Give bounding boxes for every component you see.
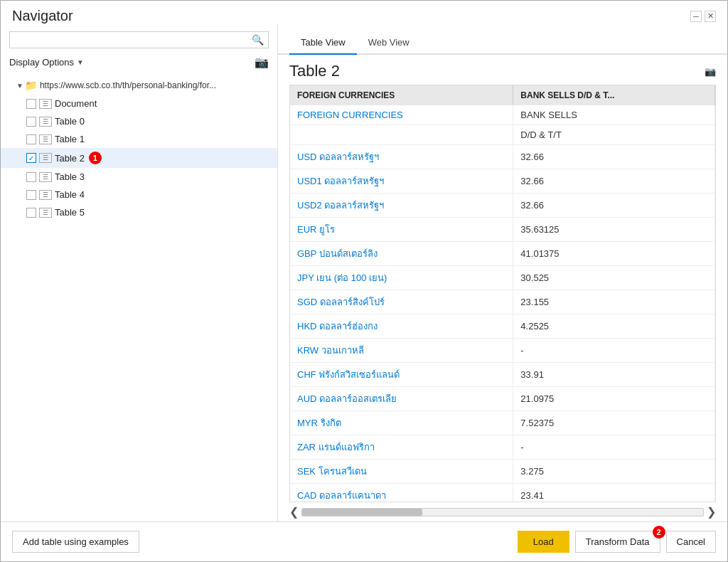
cell-bank-sells: 32.66: [513, 169, 715, 193]
data-table: FOREIGN CURRENCIES BANK SELLS D/D & T...…: [290, 85, 715, 502]
table-row: USD ดอลลาร์สหรัฐฯ32.66: [290, 145, 715, 169]
table-row: GBP ปอนด์สเตอร์ลิง41.01375: [290, 242, 715, 266]
tree-item-table4[interactable]: ☰ Table 4: [1, 186, 277, 203]
transform-data-badge: 2: [653, 526, 665, 539]
cell-currency: SGD ดอลลาร์สิงค์โปร์: [290, 290, 513, 314]
cell-currency: USD ดอลลาร์สหรัฐฯ: [290, 145, 513, 169]
cell-currency: AUD ดอลลาร์ออสเตรเลีย: [290, 387, 513, 411]
tab-web-view[interactable]: Web View: [357, 31, 421, 55]
table-row: CHF ฟรังก์สวิสเซอร์แลนด์33.91: [290, 363, 715, 387]
tree-item-table2[interactable]: ☰ Table 2 1: [1, 148, 277, 168]
tree-item-table5-label: Table 5: [55, 207, 85, 218]
table-row: USD1 ดอลลาร์สหรัฐฯ32.66: [290, 169, 715, 193]
table-row: FOREIGN CURRENCIESBANK SELLS: [290, 105, 715, 125]
cell-currency: GBP ปอนด์สเตอร์ลิง: [290, 242, 513, 266]
table-row: MYR ริงกิต7.52375: [290, 411, 715, 435]
tree-item-table4-label: Table 4: [55, 189, 85, 200]
display-options-bar: Display Options ▼ 📷: [1, 53, 277, 73]
col-header-bank-sells: BANK SELLS D/D & T...: [513, 85, 715, 105]
cell-bank-sells: 30.525: [513, 266, 715, 290]
cell-currency: HKD ดอลลาร์ฮ่องกง: [290, 314, 513, 339]
checkbox-table5[interactable]: [26, 208, 36, 218]
cell-bank-sells: 35.63125: [513, 218, 715, 242]
navigator-window: Navigator ─ ✕ 🔍 Display Options ▼ 📷: [0, 0, 728, 562]
display-options-button[interactable]: Display Options ▼: [9, 57, 84, 68]
data-table-wrap[interactable]: FOREIGN CURRENCIES BANK SELLS D/D & T...…: [289, 85, 716, 502]
cell-bank-sells: 41.01375: [513, 242, 715, 266]
tree-item-table5[interactable]: ☰ Table 5: [1, 203, 277, 221]
search-input-wrap[interactable]: 🔍: [9, 31, 269, 48]
close-button[interactable]: ✕: [705, 11, 716, 22]
cell-currency: CAD ดอลลาร์แคนาดา: [290, 484, 513, 503]
table-row: SGD ดอลลาร์สิงค์โปร์23.155: [290, 290, 715, 314]
tree-item-document[interactable]: ☰ Document: [1, 95, 277, 112]
minimize-button[interactable]: ─: [690, 11, 702, 22]
tree-root-item[interactable]: ▼ 📁 https://www.scb.co.th/th/personal-ba…: [1, 76, 277, 95]
tab-table-view[interactable]: Table View: [289, 31, 357, 55]
cell-bank-sells: 33.91: [513, 363, 715, 387]
checkbox-table1[interactable]: [26, 134, 36, 144]
checkbox-table4[interactable]: [26, 190, 36, 200]
load-button[interactable]: Load: [518, 531, 569, 553]
table-icon-table4: ☰: [39, 190, 52, 200]
table-header-row: FOREIGN CURRENCIES BANK SELLS D/D & T...: [290, 85, 715, 105]
scroll-thumb[interactable]: [302, 509, 422, 516]
tree-item-table3[interactable]: ☰ Table 3: [1, 168, 277, 186]
table-row: D/D & T/T: [290, 125, 715, 145]
title-controls: ─ ✕: [690, 11, 716, 22]
table-row: AUD ดอลลาร์ออสเตรเลีย21.0975: [290, 387, 715, 411]
table-row: HKD ดอลลาร์ฮ่องกง4.2525: [290, 314, 715, 339]
transform-data-label: Transform Data: [586, 536, 650, 547]
cell-currency: JPY เยน (ต่อ 100 เยน): [290, 266, 513, 290]
checkbox-table3[interactable]: [26, 172, 36, 182]
table-icon-table3: ☰: [39, 172, 52, 182]
right-panel: Table View Web View Table 2 📷 FOREIGN CU…: [278, 24, 727, 521]
search-input[interactable]: [14, 35, 252, 46]
edit-icon[interactable]: 📷: [255, 55, 269, 69]
table-row: KRW วอนเกาหลี-: [290, 339, 715, 363]
scroll-right-icon[interactable]: ❯: [707, 505, 716, 519]
cell-currency: EUR ยูโร: [290, 218, 513, 242]
preview-title: Table 2: [289, 62, 340, 80]
add-table-button[interactable]: Add table using examples: [12, 531, 139, 553]
transform-data-button[interactable]: Transform Data 2: [575, 531, 660, 553]
table-icon-table1: ☰: [39, 134, 52, 144]
cell-bank-sells: 32.66: [513, 193, 715, 218]
tree-item-table0[interactable]: ☰ Table 0: [1, 112, 277, 130]
checkbox-table2[interactable]: [26, 153, 36, 163]
scroll-track[interactable]: [301, 508, 704, 516]
tree-item-document-label: Document: [55, 98, 97, 109]
preview-export-icon[interactable]: 📷: [705, 66, 716, 77]
cell-bank-sells: D/D & T/T: [513, 125, 715, 145]
cell-currency: USD1 ดอลลาร์สหรัฐฯ: [290, 169, 513, 193]
checkbox-table0[interactable]: [26, 117, 36, 127]
tree-item-table1[interactable]: ☰ Table 1: [1, 130, 277, 148]
col-header-currency: FOREIGN CURRENCIES: [290, 85, 513, 105]
cell-bank-sells: BANK SELLS: [513, 105, 715, 125]
cell-bank-sells: 7.52375: [513, 411, 715, 435]
main-content: 🔍 Display Options ▼ 📷 ▼ 📁 https://www.sc…: [1, 24, 727, 521]
cell-bank-sells: 21.0975: [513, 387, 715, 411]
horizontal-scrollbar[interactable]: ❮ ❯: [278, 502, 727, 521]
checkbox-document[interactable]: [26, 99, 36, 109]
folder-icon: 📁: [25, 80, 37, 91]
table-row: JPY เยน (ต่อ 100 เยน)30.525: [290, 266, 715, 290]
display-options-arrow-icon: ▼: [77, 58, 84, 66]
cell-bank-sells: -: [513, 339, 715, 363]
table-row: USD2 ดอลลาร์สหรัฐฯ32.66: [290, 193, 715, 218]
table-row: SEK โครนสวีเดน3.275: [290, 460, 715, 484]
cell-currency: FOREIGN CURRENCIES: [290, 105, 513, 125]
url-label: https://www.scb.co.th/th/personal-bankin…: [40, 80, 216, 90]
collapse-arrow-icon: ▼: [16, 82, 23, 90]
scroll-left-icon[interactable]: ❮: [289, 505, 299, 519]
bottom-right-buttons: Load Transform Data 2 Cancel: [518, 531, 716, 553]
cell-currency: USD2 ดอลลาร์สหรัฐฯ: [290, 193, 513, 218]
table-row: CAD ดอลลาร์แคนาดา23.41: [290, 484, 715, 503]
window-title: Navigator: [12, 8, 73, 24]
cell-currency: [290, 125, 513, 145]
tree-item-table3-label: Table 3: [55, 171, 85, 182]
cell-bank-sells: 4.2525: [513, 314, 715, 339]
cancel-button[interactable]: Cancel: [666, 531, 716, 553]
display-options-label-text: Display Options: [9, 57, 74, 68]
table-icon-document: ☰: [39, 99, 52, 109]
